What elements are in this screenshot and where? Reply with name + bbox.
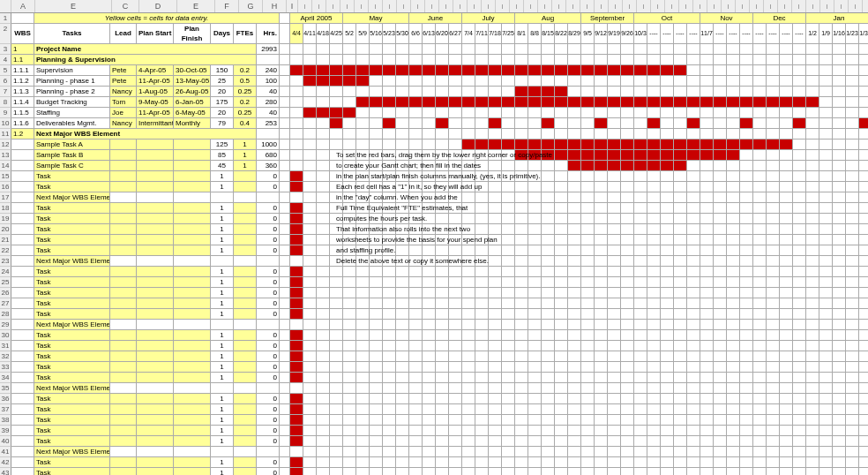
cell-task[interactable]: Planning - phase 1 [34, 76, 110, 86]
gantt-empty-cell[interactable] [462, 118, 475, 128]
cell-fte[interactable]: 0.2 [234, 65, 257, 75]
gantt-empty-cell[interactable] [846, 394, 859, 403]
gantt-empty-cell[interactable] [806, 108, 819, 117]
cell-task[interactable]: Next Major WBS Element [34, 129, 257, 139]
gantt-empty-cell[interactable] [859, 76, 868, 86]
gantt-empty-cell[interactable] [647, 129, 661, 139]
gantt-empty-cell[interactable] [542, 436, 555, 446]
gantt-empty-cell[interactable] [343, 457, 356, 467]
gantt-empty-cell[interactable] [370, 330, 383, 340]
gantt-empty-cell[interactable] [396, 457, 409, 467]
gantt-empty-cell[interactable] [621, 415, 634, 425]
gantt-empty-cell[interactable] [846, 436, 859, 446]
gantt-bar-cell[interactable] [581, 65, 595, 75]
gantt-empty-cell[interactable] [396, 436, 409, 446]
gantt-empty-cell[interactable] [753, 277, 767, 287]
gantt-empty-cell[interactable] [383, 404, 396, 414]
gantt-empty-cell[interactable] [859, 55, 868, 64]
cell-task[interactable]: Sample Task B [34, 150, 110, 160]
gantt-bar-cell[interactable] [687, 118, 700, 128]
cell-lead[interactable] [110, 426, 137, 435]
gantt-empty-cell[interactable] [568, 309, 581, 319]
gantt-empty-cell[interactable] [370, 44, 383, 54]
gantt-empty-cell[interactable] [568, 224, 581, 234]
gantt-empty-cell[interactable] [568, 457, 581, 467]
gantt-empty-cell[interactable] [859, 373, 868, 382]
cell-wbs[interactable] [11, 150, 34, 160]
gantt-bar-cell[interactable] [409, 97, 423, 107]
cell-hrs[interactable]: 0 [257, 468, 280, 475]
gantt-empty-cell[interactable] [383, 55, 396, 64]
gantt-empty-cell[interactable] [555, 118, 568, 128]
cell-hrs[interactable] [257, 55, 280, 64]
gantt-empty-cell[interactable] [383, 108, 396, 117]
cell-hrs[interactable]: 280 [257, 97, 280, 107]
gantt-empty-cell[interactable] [502, 330, 515, 340]
gantt-bar-cell[interactable] [515, 65, 528, 75]
gantt-empty-cell[interactable] [674, 362, 687, 372]
gantt-empty-cell[interactable] [581, 182, 595, 192]
gantt-empty-cell[interactable] [740, 267, 753, 276]
week-9/5[interactable]: 9/5 [581, 24, 595, 43]
gantt-empty-cell[interactable] [819, 118, 833, 128]
gantt-empty-cell[interactable] [409, 87, 423, 96]
gantt-empty-cell[interactable] [608, 267, 621, 276]
gantt-empty-cell[interactable] [436, 373, 449, 382]
gantt-empty-cell[interactable] [303, 341, 317, 351]
gantt-empty-cell[interactable] [700, 203, 714, 213]
gantt-empty-cell[interactable] [714, 161, 727, 170]
gantt-empty-cell[interactable] [515, 383, 528, 393]
cell-task[interactable]: Task [34, 373, 110, 382]
gantt-empty-cell[interactable] [661, 373, 674, 382]
gantt-empty-cell[interactable] [634, 44, 647, 54]
rownum-28[interactable]: 28 [0, 309, 11, 320]
gantt-empty-cell[interactable] [687, 320, 700, 329]
gantt-empty-cell[interactable] [343, 468, 356, 475]
gantt-empty-cell[interactable] [595, 330, 608, 340]
gantt-empty-cell[interactable] [767, 309, 780, 319]
gantt-empty-cell[interactable] [383, 320, 396, 329]
gantt-empty-cell[interactable] [356, 383, 370, 393]
gantt-empty-cell[interactable] [687, 457, 700, 467]
gantt-empty-cell[interactable] [303, 267, 317, 276]
rownum-31[interactable]: 31 [0, 341, 11, 351]
gantt-empty-cell[interactable] [833, 235, 846, 245]
gantt-empty-cell[interactable] [740, 426, 753, 435]
gantt-empty-cell[interactable] [462, 298, 475, 308]
gantt-empty-cell[interactable] [317, 362, 330, 372]
gantt-empty-cell[interactable] [674, 203, 687, 213]
gantt-empty-cell[interactable] [846, 373, 859, 382]
gantt-bar-cell[interactable] [409, 65, 423, 75]
cell-planstart[interactable]: 11-Apr-05 [137, 108, 174, 117]
gantt-empty-cell[interactable] [423, 309, 436, 319]
gantt-empty-cell[interactable] [475, 383, 489, 393]
gantt-empty-cell[interactable] [621, 373, 634, 382]
cell-wbs[interactable] [11, 139, 34, 149]
rownum-18[interactable]: 18 [0, 203, 11, 214]
gantt-empty-cell[interactable] [793, 65, 806, 75]
gantt-empty-cell[interactable] [661, 330, 674, 340]
gantt-empty-cell[interactable] [290, 320, 303, 329]
gantt-empty-cell[interactable] [833, 182, 846, 192]
gantt-empty-cell[interactable] [727, 129, 740, 139]
gantt-empty-cell[interactable] [356, 436, 370, 446]
gantt-empty-cell[interactable] [793, 87, 806, 96]
gantt-empty-cell[interactable] [290, 383, 303, 393]
cell-hrs[interactable]: 0 [257, 351, 280, 361]
gantt-empty-cell[interactable] [542, 341, 555, 351]
gantt-empty-cell[interactable] [290, 118, 303, 128]
gantt-empty-cell[interactable] [846, 383, 859, 393]
gantt-empty-cell[interactable] [700, 341, 714, 351]
gantt-empty-cell[interactable] [515, 55, 528, 64]
gantt-empty-cell[interactable] [462, 330, 475, 340]
cell-fte[interactable]: 0.25 [234, 108, 257, 117]
gantt-empty-cell[interactable] [806, 161, 819, 170]
gantt-empty-cell[interactable] [542, 182, 555, 192]
gantt-empty-cell[interactable] [819, 161, 833, 170]
gantt-empty-cell[interactable] [290, 97, 303, 107]
gantt-bar-cell[interactable] [634, 97, 647, 107]
gantt-empty-cell[interactable] [621, 87, 634, 96]
cell-fte[interactable] [234, 341, 257, 351]
gantt-empty-cell[interactable] [581, 288, 595, 298]
gantt-empty-cell[interactable] [343, 298, 356, 308]
